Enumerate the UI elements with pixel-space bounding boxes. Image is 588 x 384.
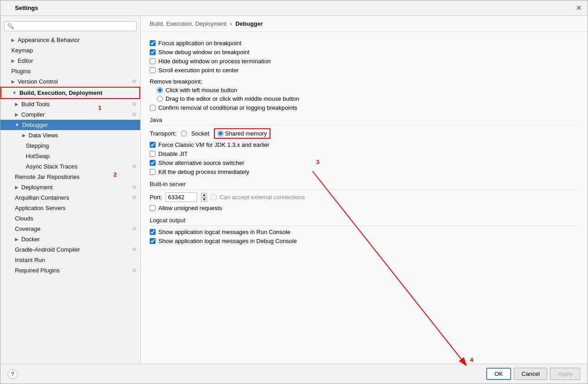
checkbox-focus-bp: Focus application on breakpoint [150, 40, 579, 47]
sidebar-item-gradle-android[interactable]: Gradle-Android Compiler ⚙ [0, 244, 140, 255]
show-debug-bp-checkbox[interactable] [150, 49, 156, 55]
dialog-title: Settings [15, 5, 38, 11]
sidebar-item-remote-jar[interactable]: Remote Jar Repositories [0, 172, 140, 182]
gear-icon: ⚙ [132, 184, 137, 190]
spinner-up[interactable]: ▲ [201, 193, 207, 197]
sidebar-item-keymap[interactable]: Keymap [0, 45, 140, 56]
help-button[interactable]: ? [8, 369, 18, 379]
sidebar-item-plugins[interactable]: Plugins [0, 66, 140, 76]
sidebar-item-label: Stepping [26, 142, 137, 149]
sidebar-item-arquillian[interactable]: Arquillian Containers ⚙ [0, 192, 140, 203]
search-box[interactable]: 🔍 [4, 21, 137, 31]
sidebar-item-app-servers[interactable]: Application Servers [0, 203, 140, 213]
radio-drag-input[interactable] [157, 96, 163, 102]
footer-right: OK Cancel Apply [486, 368, 580, 380]
sidebar-item-label: Coverage [15, 225, 130, 232]
logcat-run-label: Show application logcat messages in Run … [158, 229, 290, 235]
sidebar-item-stepping[interactable]: Stepping [0, 140, 140, 151]
focus-bp-checkbox[interactable] [150, 40, 156, 46]
kill-debug-checkbox[interactable] [150, 169, 156, 175]
allow-unsigned-label: Allow unsigned requests [158, 205, 222, 211]
footer: ? OK Cancel Apply [0, 364, 588, 384]
sidebar-item-label: Version Control [18, 78, 130, 85]
sidebar-item-label: Deployment [21, 184, 130, 191]
sidebar-item-build-execution[interactable]: ▼ Build, Execution, Deployment [0, 87, 140, 99]
show-alt-source-checkbox[interactable] [150, 160, 156, 166]
sidebar-item-required-plugins[interactable]: Required Plugins ⚙ [0, 265, 140, 276]
ok-button[interactable]: OK [486, 368, 511, 380]
main-content: Build, Execution, Deployment › Debugger … [141, 16, 588, 364]
title-bar: S Settings ✕ [0, 0, 588, 16]
close-button[interactable]: ✕ [574, 4, 583, 13]
radio-click-left-input[interactable] [157, 87, 163, 93]
sidebar-item-label: Editor [18, 57, 137, 64]
expand-arrow: ▶ [15, 237, 19, 242]
checkbox-allow-unsigned: Allow unsigned requests [150, 205, 579, 211]
expand-arrow: ▶ [15, 112, 19, 117]
checkbox-logcat-run: Show application logcat messages in Run … [150, 229, 579, 235]
sidebar-item-editor[interactable]: ▶ Editor [0, 56, 140, 66]
logcat-section-label: Logcat output [150, 217, 579, 226]
sidebar-item-version-control[interactable]: ▶ Version Control ⚙ [0, 76, 140, 87]
transport-socket-radio[interactable] [181, 131, 187, 136]
checkbox-show-debug-bp: Show debug window on breakpoint [150, 49, 579, 56]
can-accept-checkbox[interactable] [211, 194, 217, 200]
logcat-debug-checkbox[interactable] [150, 238, 156, 244]
expand-arrow: ▶ [11, 79, 15, 84]
expand-arrow: ▶ [11, 58, 15, 63]
expand-arrow: ▶ [15, 102, 19, 107]
apply-button[interactable]: Apply [550, 368, 580, 380]
sidebar-item-async-stack[interactable]: Async Stack Traces ⚙ [0, 161, 140, 172]
disable-jit-checkbox[interactable] [150, 151, 156, 157]
scroll-exec-label: Scroll execution point to center [158, 67, 239, 74]
radio-drag: Drag to the editor or click with middle … [157, 95, 579, 102]
sidebar-item-label: Instant Run [15, 257, 137, 263]
sidebar-item-docker[interactable]: ▶ Docker [0, 234, 140, 244]
can-accept-label: Can accept external connections [219, 194, 305, 201]
hide-debug-term-checkbox[interactable] [150, 58, 156, 64]
sidebar-item-build-tools[interactable]: ▶ Build Tools ⚙ [0, 99, 140, 109]
settings-dialog: S Settings ✕ 🔍 ▶ Appearance & Behavior K… [0, 0, 588, 384]
cancel-button[interactable]: Cancel [514, 368, 547, 380]
sidebar-item-label: Debugger [22, 122, 137, 128]
remove-breakpoint-label: Remove breakpoint: [150, 78, 202, 85]
sidebar-item-label: Build, Execution, Deployment [19, 89, 136, 96]
scroll-exec-checkbox[interactable] [150, 67, 156, 73]
sidebar-item-label: HotSwap [26, 153, 137, 159]
breadcrumb: Build, Execution, Deployment › Debugger [141, 16, 588, 32]
checkbox-logcat-debug: Show application logcat messages in Debu… [150, 238, 579, 244]
spinner-down[interactable]: ▼ [201, 197, 207, 202]
allow-unsigned-checkbox[interactable] [150, 205, 156, 211]
logcat-run-checkbox[interactable] [150, 229, 156, 235]
sidebar-item-label: Keymap [11, 47, 137, 54]
kill-debug-label: Kill the debug process immediately [158, 169, 249, 175]
breadcrumb-path: Build, Execution, Deployment [150, 20, 227, 27]
logcat-debug-label: Show application logcat messages in Debu… [158, 238, 297, 244]
hide-debug-term-label: Hide debug window on process termination [158, 58, 271, 65]
sidebar-item-clouds[interactable]: Clouds [0, 213, 140, 224]
checkbox-show-alt-source: Show alternative source switcher [150, 159, 579, 166]
sidebar-item-deployment[interactable]: ▶ Deployment ⚙ [0, 182, 140, 192]
transport-shared-radio[interactable] [218, 131, 223, 136]
sidebar-item-debugger[interactable]: ▼ Debugger [0, 120, 140, 130]
force-classic-checkbox[interactable] [150, 142, 156, 148]
sidebar-item-appearance[interactable]: ▶ Appearance & Behavior [0, 35, 140, 45]
breadcrumb-current: Debugger [235, 20, 263, 27]
sidebar-item-coverage[interactable]: Coverage ⚙ [0, 224, 140, 234]
confirm-removal-label: Confirm removal of conditional or loggin… [158, 104, 297, 111]
sidebar-item-data-views[interactable]: ▶ Data Views [0, 130, 140, 140]
sidebar-item-compiler[interactable]: ▶ Compiler ⚙ [0, 109, 140, 120]
radio-drag-label: Drag to the editor or click with middle … [166, 95, 299, 102]
expand-arrow: ▶ [22, 133, 26, 138]
footer-left: ? [8, 369, 18, 379]
port-input[interactable] [166, 192, 197, 202]
checkbox-disable-jit: Disable JIT [150, 150, 579, 157]
can-accept-row: Can accept external connections [211, 194, 305, 201]
checkbox-force-classic: Force Classic VM for JDK 1.3.x and earli… [150, 141, 579, 148]
show-alt-source-label: Show alternative source switcher [158, 159, 244, 166]
search-input[interactable] [16, 23, 133, 29]
sidebar-item-hotswap[interactable]: HotSwap [0, 151, 140, 161]
sidebar-item-instant-run[interactable]: Instant Run [0, 255, 140, 265]
confirm-removal-checkbox[interactable] [150, 105, 156, 111]
search-icon: 🔍 [7, 23, 14, 29]
